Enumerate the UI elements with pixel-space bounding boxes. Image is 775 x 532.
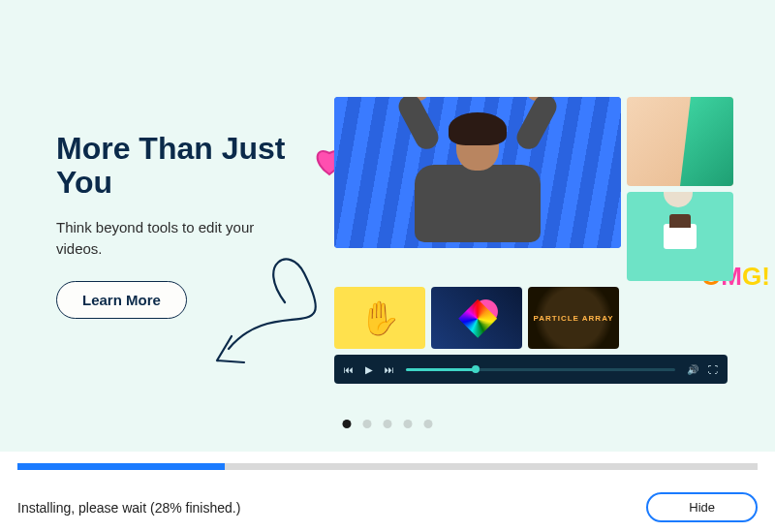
- video-player-bar: ⏮ ▶ ⏭ 🔊 ⛶: [334, 355, 728, 384]
- media-collage: ✋ PARTICLE ARRAY ⏮ ▶ ⏭ 🔊 ⛶: [334, 97, 733, 384]
- install-status-text: Installing, please wait (28% finished.): [17, 500, 240, 516]
- volume-icon[interactable]: 🔊: [687, 364, 698, 375]
- dancing-person-icon: [415, 122, 541, 242]
- collage-portrait-tile: [627, 97, 733, 186]
- carousel-dot[interactable]: [343, 420, 352, 428]
- cake-icon: [664, 224, 697, 249]
- collage-cake-tile: [627, 192, 733, 281]
- hand-icon: ✋: [359, 298, 400, 337]
- install-progress-fill: [17, 463, 225, 470]
- fullscreen-icon[interactable]: ⛶: [708, 364, 718, 375]
- play-icon[interactable]: ▶: [365, 364, 373, 375]
- player-knob[interactable]: [472, 365, 480, 373]
- carousel-dot[interactable]: [363, 420, 372, 428]
- install-footer: Installing, please wait (28% finished.) …: [0, 452, 775, 532]
- collage-thumb-particle: PARTICLE ARRAY: [528, 287, 619, 349]
- skip-forward-icon[interactable]: ⏭: [385, 364, 394, 375]
- skip-back-icon[interactable]: ⏮: [344, 364, 354, 375]
- player-progress-fill: [406, 368, 476, 371]
- carousel-dot[interactable]: [424, 420, 433, 428]
- carousel-dot[interactable]: [404, 420, 413, 428]
- learn-more-button[interactable]: Learn More: [56, 281, 187, 319]
- thumb-label: PARTICLE ARRAY: [533, 314, 613, 323]
- collage-thumb-prism: [431, 287, 522, 349]
- player-track[interactable]: [406, 368, 675, 371]
- collage-main-tile: [334, 97, 621, 248]
- hero-panel: More Than Just You Think beyond tools to…: [0, 0, 775, 452]
- cat-icon: [664, 192, 693, 207]
- collage-thumb-hand: ✋: [334, 287, 425, 349]
- arrow-doodle-icon: [198, 235, 343, 380]
- carousel-dots: [343, 420, 433, 428]
- hero-title: More Than Just You: [56, 132, 298, 200]
- carousel-dot[interactable]: [384, 420, 392, 428]
- install-progress-track: [17, 463, 758, 470]
- hide-button[interactable]: Hide: [646, 492, 758, 522]
